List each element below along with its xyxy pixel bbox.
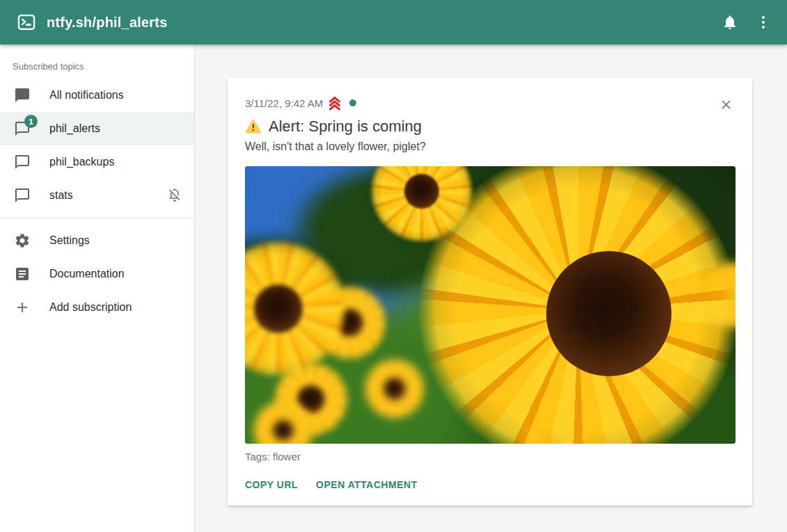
notifications-off-icon — [166, 187, 183, 204]
sidebar-divider — [0, 218, 194, 218]
notification-actions: COPY URL OPEN ATTACHMENT — [245, 474, 736, 496]
sidebar-item-documentation[interactable]: Documentation — [0, 257, 194, 291]
app-bar-title: ntfy.sh/phil_alerts — [47, 15, 167, 31]
notification-title-row: Alert: Spring is coming — [245, 118, 736, 136]
unread-count-badge: 1 — [24, 115, 38, 128]
chat-bubble-outline-icon — [14, 154, 31, 170]
sunflower-small — [363, 357, 426, 420]
notification-list: 3/11/22, 9:42 AM Alert: Spring is coming… — [195, 45, 787, 532]
sidebar: Subscribed topics All notifications 1 ph… — [0, 45, 195, 532]
overflow-menu-button[interactable] — [747, 6, 780, 39]
sidebar-item-phil-alerts[interactable]: 1 phil_alerts — [0, 112, 194, 145]
sidebar-item-all-notifications[interactable]: All notifications — [0, 79, 194, 112]
chat-bubble-outline-icon: 1 — [14, 120, 31, 137]
copy-url-button[interactable]: COPY URL — [245, 474, 298, 496]
plus-icon — [14, 299, 31, 316]
notification-timestamp: 3/11/22, 9:42 AM — [245, 97, 323, 109]
subscribed-topics-label: Subscribed topics — [0, 53, 194, 79]
open-attachment-button[interactable]: OPEN ATTACHMENT — [316, 474, 418, 496]
ntfy-logo-icon — [17, 13, 36, 32]
chat-bubble-outline-icon — [14, 187, 31, 204]
sidebar-item-label: phil_backups — [49, 156, 114, 168]
unread-dot — [349, 99, 356, 106]
warning-triangle-icon — [245, 118, 262, 135]
notifications-bell-button[interactable] — [713, 6, 747, 39]
notification-tags: Tags: flower — [245, 451, 736, 462]
notification-meta: 3/11/22, 9:42 AM — [245, 95, 736, 111]
sidebar-item-label: All notifications — [49, 89, 124, 102]
attachment-image[interactable] — [245, 166, 736, 444]
sidebar-item-label: Documentation — [49, 268, 125, 280]
sidebar-item-label: Add subscription — [49, 301, 132, 314]
sidebar-item-phil-backups[interactable]: phil_backups — [0, 145, 194, 179]
kebab-menu-icon — [755, 14, 772, 31]
delete-notification-button[interactable] — [717, 96, 734, 113]
chat-bubble-filled-icon — [14, 87, 31, 104]
article-icon — [14, 266, 31, 282]
sidebar-item-add-subscription[interactable]: Add subscription — [0, 291, 194, 324]
priority-high-icon — [326, 95, 343, 111]
notification-title: Alert: Spring is coming — [269, 118, 422, 136]
sidebar-item-settings[interactable]: Settings — [0, 224, 194, 257]
app-bar: ntfy.sh/phil_alerts — [0, 0, 787, 45]
sidebar-item-label: phil_alerts — [49, 122, 100, 135]
sidebar-item-stats[interactable]: stats — [0, 179, 194, 212]
close-icon — [719, 97, 733, 112]
bell-icon — [722, 14, 738, 31]
notification-card: 3/11/22, 9:42 AM Alert: Spring is coming… — [228, 78, 752, 506]
sidebar-item-label: stats — [49, 189, 73, 202]
sidebar-item-label: Settings — [49, 234, 90, 247]
sunflower-large — [418, 166, 736, 444]
notification-body: Well, isn't that a lovely flower, piglet… — [245, 140, 736, 153]
gear-icon — [14, 232, 31, 249]
